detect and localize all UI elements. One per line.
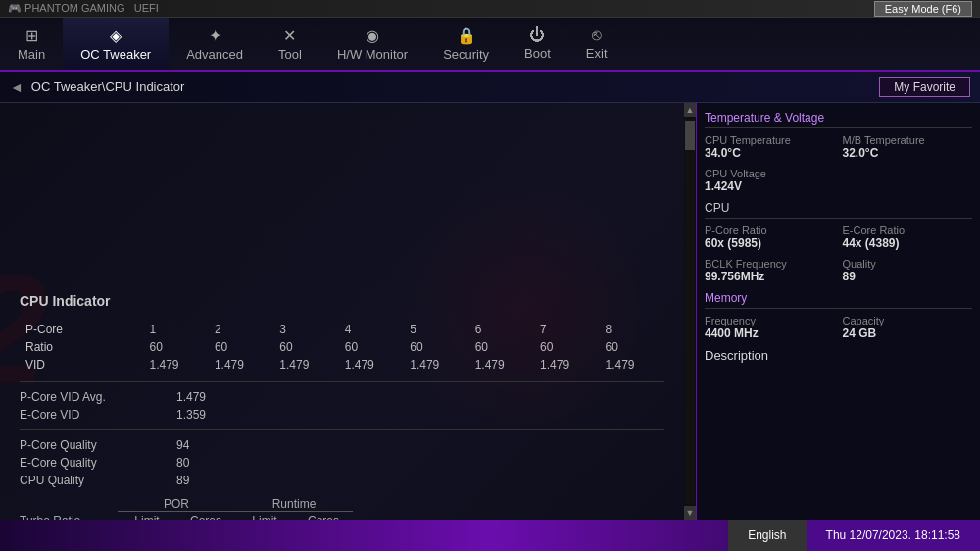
temp-voltage-title: Temperature & Voltage	[705, 111, 972, 128]
nav-boot[interactable]: ⏻ Boot	[507, 18, 568, 70]
pcore-label: P-Core	[20, 321, 143, 338]
nav-exit[interactable]: ⎋ Exit	[568, 18, 625, 70]
nav-hw-monitor-label: H/W Monitor	[337, 47, 408, 62]
nav-main-label: Main	[18, 47, 45, 62]
breadcrumb: OC Tweaker\CPU Indicator	[31, 79, 185, 94]
vid-label: VID	[20, 356, 143, 374]
bclk-value: 99.756MHz	[705, 270, 835, 283]
ecore-vid-value: 1.359	[176, 408, 206, 422]
scrollbar[interactable]: ▲ ▼	[684, 103, 696, 520]
vid-val-5: 1.479	[404, 356, 468, 374]
scroll-thumb[interactable]	[685, 121, 695, 150]
ecore-ratio-value: 44x (4389)	[843, 236, 973, 250]
nav-tool[interactable]: ✕ Tool	[261, 18, 319, 70]
vid-val-1: 1.479	[143, 356, 208, 374]
pcore-val-4: 4	[339, 321, 404, 338]
pcore-ratio-block: P-Core Ratio 60x (5985)	[705, 225, 835, 250]
breadcrumb-back-button[interactable]: ◄	[10, 79, 24, 95]
cpu-quality-label: CPU Quality	[20, 474, 137, 487]
memory-grid: Frequency 4400 MHz Capacity 24 GB	[705, 315, 972, 340]
bclk-block: BCLK Frequency 99.756MHz	[705, 258, 835, 283]
nav-hw-monitor[interactable]: ◉ H/W Monitor	[319, 18, 425, 70]
description-section: Description	[705, 348, 972, 363]
main-content: 2 CPU Indicator P-Core 1 2 3 4 5 6 7 8 R…	[0, 103, 980, 520]
cpu-voltage-label: CPU Voltage	[705, 168, 972, 179]
cpu-quality-row: CPU Quality 89	[20, 474, 664, 487]
ecore-quality-row: E-Core Quality 80	[20, 456, 664, 470]
ecore-ratio-block: E-Core Ratio 44x (4389)	[843, 225, 973, 250]
nav-boot-label: Boot	[524, 46, 551, 61]
bottom-bar: English Thu 12/07/2023. 18:11:58	[0, 520, 980, 551]
cpu-temp-block: CPU Temperature 34.0°C	[705, 134, 835, 160]
turbo-ratio-col: Turbo Ratio	[20, 514, 118, 520]
ecore-quality-value: 80	[176, 456, 189, 470]
pcore-val-5: 5	[404, 321, 468, 338]
pcore-val-3: 3	[273, 321, 338, 338]
ecore-quality-label: E-Core Quality	[20, 456, 137, 470]
pcore-ratio-label: P-Core Ratio	[705, 225, 835, 236]
left-panel: 2 CPU Indicator P-Core 1 2 3 4 5 6 7 8 R…	[0, 103, 684, 520]
nav-oc-tweaker-label: OC Tweaker	[80, 47, 151, 62]
nav-main[interactable]: ⊞ Main	[0, 18, 63, 70]
vid-val-4: 1.479	[339, 356, 404, 374]
capacity-label: Capacity	[843, 315, 973, 326]
oc-tweaker-icon: ◈	[110, 26, 122, 45]
nav-security[interactable]: 🔒 Security	[425, 18, 507, 70]
vid-val-8: 1.479	[600, 356, 664, 374]
cpu-voltage-value: 1.424V	[705, 179, 972, 193]
pcore-vid-avg-value: 1.479	[176, 390, 206, 404]
scroll-down-button[interactable]: ▼	[684, 506, 696, 520]
description-title: Description	[705, 348, 972, 363]
quality-value: 89	[843, 270, 973, 283]
pcore-val-1: 1	[143, 321, 208, 338]
pcore-val-7: 7	[534, 321, 599, 338]
boot-icon: ⏻	[529, 26, 545, 44]
language-button[interactable]: English	[728, 520, 806, 551]
divider-2	[20, 429, 664, 430]
scroll-track	[685, 119, 695, 504]
vid-val-7: 1.479	[534, 356, 599, 374]
nav-exit-label: Exit	[586, 46, 608, 61]
pcore-quality-label: P-Core Quality	[20, 438, 137, 452]
easy-mode-button[interactable]: Easy Mode (F6)	[874, 1, 972, 17]
ratio-label: Ratio	[20, 338, 143, 356]
section-title: CPU Indicator	[20, 293, 664, 309]
mb-temp-block: M/B Temperature 32.0°C	[843, 134, 973, 160]
ratio-val-8: 60	[600, 338, 664, 356]
pcore-quality-value: 94	[176, 438, 189, 452]
ratio-val-2: 60	[209, 338, 273, 356]
nav-security-label: Security	[443, 47, 489, 62]
capacity-block: Capacity 24 GB	[843, 315, 973, 340]
my-favorite-button[interactable]: My Favorite	[879, 77, 970, 97]
nav-oc-tweaker[interactable]: ◈ OC Tweaker	[63, 18, 169, 70]
cpu-indicator-table: P-Core 1 2 3 4 5 6 7 8 Ratio 60 60 60 60…	[20, 321, 664, 374]
ratio-row: Ratio 60 60 60 60 60 60 60 60	[20, 338, 664, 356]
cpu-temp-value: 34.0°C	[705, 146, 835, 160]
turbo-col-labels: Turbo Ratio Limit Cores Limit Cores	[20, 514, 664, 520]
bclk-label: BCLK Frequency	[705, 258, 835, 270]
cpu-section-title: CPU	[705, 201, 972, 219]
vid-val-3: 1.479	[273, 356, 338, 374]
nav-tool-label: Tool	[278, 47, 302, 62]
cpu-ratio-grid: P-Core Ratio 60x (5985) E-Core Ratio 44x…	[705, 225, 972, 250]
main-icon: ⊞	[25, 26, 38, 45]
turbo-header: POR Runtime	[20, 497, 664, 512]
bios-logo: 🎮 PHANTOM GAMING UEFI	[8, 2, 159, 15]
hw-monitor-icon: ◉	[366, 26, 379, 45]
scroll-up-button[interactable]: ▲	[684, 103, 696, 117]
ecore-vid-row: E-Core VID 1.359	[20, 408, 664, 422]
ratio-val-3: 60	[273, 338, 338, 356]
nav-advanced-label: Advanced	[186, 47, 243, 62]
freq-label: Frequency	[705, 315, 835, 326]
cpu-quality-value: 89	[176, 474, 189, 487]
rt-limit-col: Limit	[235, 514, 294, 520]
quality-label: Quality	[843, 258, 973, 270]
nav-advanced[interactable]: ✦ Advanced	[169, 18, 261, 70]
turbo-col-header	[20, 497, 118, 512]
mb-temp-value: 32.0°C	[843, 146, 973, 160]
ratio-val-6: 60	[469, 338, 534, 356]
mb-temp-label: M/B Temperature	[843, 134, 973, 146]
freq-value: 4400 MHz	[705, 326, 835, 340]
ecore-ratio-label: E-Core Ratio	[843, 225, 973, 236]
pcore-quality-row: P-Core Quality 94	[20, 438, 664, 452]
